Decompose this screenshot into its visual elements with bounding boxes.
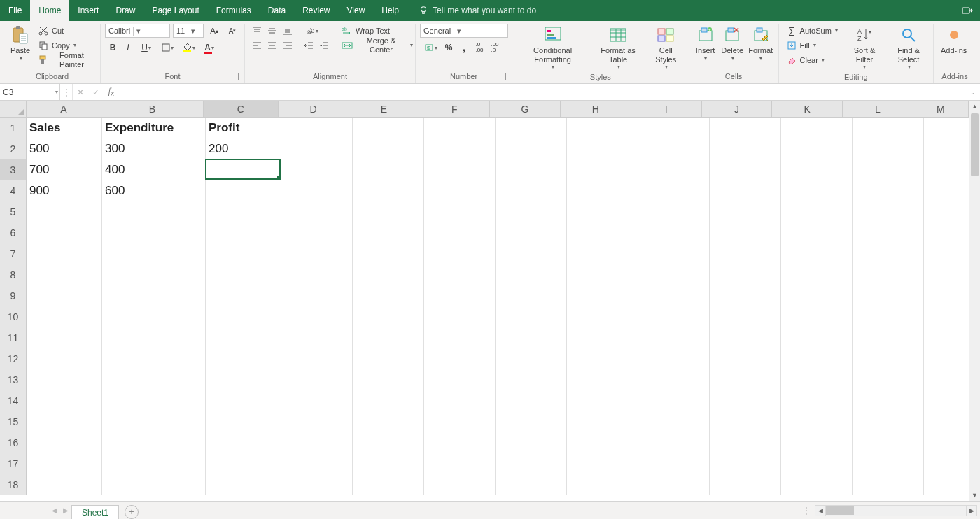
cell-B12[interactable]	[102, 348, 206, 369]
cell-C17[interactable]	[206, 453, 281, 474]
row-header[interactable]: 15	[0, 411, 27, 432]
cell-G14[interactable]	[496, 390, 567, 411]
cell-A11[interactable]	[27, 327, 102, 348]
cell-styles-button[interactable]: Cell Styles▾	[648, 24, 685, 71]
row-header[interactable]: 1	[0, 118, 27, 138]
cell-D6[interactable]	[281, 222, 353, 243]
cell-G2[interactable]	[496, 138, 567, 159]
cell-K7[interactable]	[781, 243, 853, 264]
row-header[interactable]: 8	[0, 264, 27, 285]
cell-C18[interactable]	[206, 474, 281, 495]
cell-E13[interactable]	[353, 369, 424, 390]
cell-E5[interactable]	[353, 201, 424, 222]
cell-G10[interactable]	[496, 306, 567, 327]
expand-formula-bar-button[interactable]: ⌄	[966, 84, 980, 100]
cell-A1[interactable]: Sales	[27, 118, 102, 138]
cell-M18[interactable]	[924, 474, 969, 495]
cell-H11[interactable]	[567, 327, 638, 348]
cell-A14[interactable]	[27, 390, 102, 411]
orientation-button[interactable]: ab▾	[301, 24, 322, 38]
tab-draw[interactable]: Draw	[107, 0, 144, 21]
cell-G11[interactable]	[496, 327, 567, 348]
cell-F9[interactable]	[424, 285, 496, 306]
column-header[interactable]: E	[349, 101, 420, 118]
cell-F18[interactable]	[424, 474, 496, 495]
cell-L12[interactable]	[853, 348, 924, 369]
cell-B4[interactable]: 600	[102, 180, 206, 201]
cell-K2[interactable]	[781, 138, 853, 159]
cell-K4[interactable]	[781, 180, 853, 201]
percent-button[interactable]: %	[441, 41, 456, 55]
row-header[interactable]: 4	[0, 180, 27, 201]
cell-I3[interactable]	[638, 159, 710, 180]
cell-L8[interactable]	[853, 264, 924, 285]
cell-A17[interactable]	[27, 453, 102, 474]
cell-F13[interactable]	[424, 369, 496, 390]
cell-D3[interactable]	[281, 159, 353, 180]
cell-D1[interactable]	[281, 118, 353, 138]
find-select-button[interactable]: Find & Select▾	[888, 24, 929, 71]
increase-decimal-button[interactable]: .0.00	[472, 41, 487, 55]
cell-J15[interactable]	[710, 411, 781, 432]
copy-button[interactable]: Copy ▾	[35, 38, 96, 52]
accounting-format-button[interactable]: $▾	[420, 41, 441, 55]
cell-H6[interactable]	[567, 222, 638, 243]
underline-button[interactable]: U▾	[136, 41, 157, 55]
scroll-split-handle[interactable]: ⋮	[798, 506, 815, 516]
cell-B7[interactable]	[102, 243, 206, 264]
cell-E9[interactable]	[353, 285, 424, 306]
increase-indent-button[interactable]	[316, 38, 332, 52]
name-box[interactable]: C3▾	[0, 84, 60, 100]
align-left-button[interactable]	[249, 38, 265, 52]
cell-H4[interactable]	[567, 180, 638, 201]
cell-M13[interactable]	[924, 369, 969, 390]
cut-button[interactable]: Cut	[35, 24, 96, 38]
cell-M9[interactable]	[924, 285, 969, 306]
align-right-button[interactable]	[280, 38, 295, 52]
scroll-right-button[interactable]: ▶	[966, 505, 977, 516]
cell-A15[interactable]	[27, 411, 102, 432]
cell-I12[interactable]	[638, 348, 710, 369]
column-header[interactable]: A	[27, 101, 102, 118]
cell-I17[interactable]	[638, 453, 710, 474]
cell-J3[interactable]	[710, 159, 781, 180]
row-header[interactable]: 12	[0, 348, 27, 369]
cell-C4[interactable]	[206, 180, 281, 201]
cell-B11[interactable]	[102, 327, 206, 348]
cell-F7[interactable]	[424, 243, 496, 264]
cell-I13[interactable]	[638, 369, 710, 390]
cell-H9[interactable]	[567, 285, 638, 306]
cell-M11[interactable]	[924, 327, 969, 348]
column-header[interactable]: H	[561, 101, 631, 118]
cell-M6[interactable]	[924, 222, 969, 243]
cell-F14[interactable]	[424, 390, 496, 411]
cell-D13[interactable]	[281, 369, 353, 390]
cell-M7[interactable]	[924, 243, 969, 264]
row-header[interactable]: 2	[0, 138, 27, 159]
cell-B18[interactable]	[102, 474, 206, 495]
cell-J13[interactable]	[710, 369, 781, 390]
cell-H16[interactable]	[567, 432, 638, 453]
cell-L5[interactable]	[853, 201, 924, 222]
conditional-formatting-button[interactable]: Conditional Formatting▾	[517, 24, 589, 71]
cell-G6[interactable]	[496, 222, 567, 243]
scroll-thumb[interactable]	[826, 506, 854, 515]
cell-I16[interactable]	[638, 432, 710, 453]
decrease-indent-button[interactable]	[301, 38, 316, 52]
cell-J9[interactable]	[710, 285, 781, 306]
wrap-text-button[interactable]: ab Wrap Text	[339, 24, 416, 38]
cancel-formula-button[interactable]: ✕	[73, 84, 88, 100]
cell-C3[interactable]	[206, 159, 281, 180]
cell-F5[interactable]	[424, 201, 496, 222]
column-header[interactable]: D	[279, 101, 349, 118]
cell-G9[interactable]	[496, 285, 567, 306]
cell-I1[interactable]	[638, 118, 710, 138]
cell-F8[interactable]	[424, 264, 496, 285]
tab-home[interactable]: Home	[30, 0, 69, 21]
cell-A7[interactable]	[27, 243, 102, 264]
cell-C10[interactable]	[206, 306, 281, 327]
cell-C6[interactable]	[206, 222, 281, 243]
cell-M10[interactable]	[924, 306, 969, 327]
cell-H1[interactable]	[567, 118, 638, 138]
cell-B8[interactable]	[102, 264, 206, 285]
